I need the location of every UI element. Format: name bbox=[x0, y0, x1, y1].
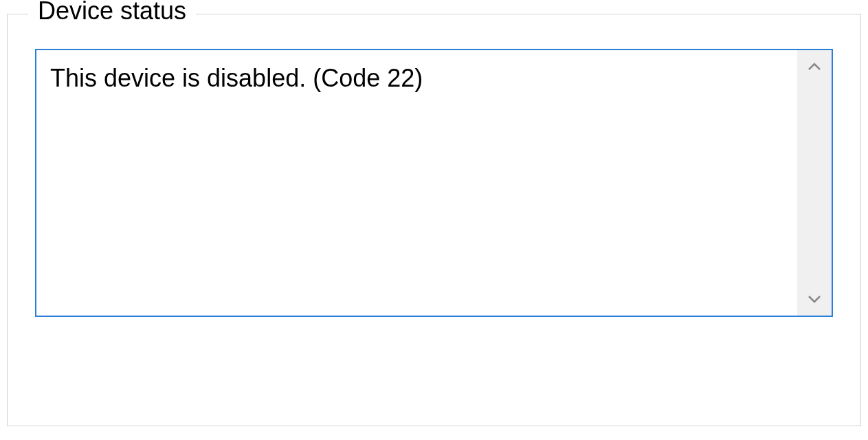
status-message: This device is disabled. (Code 22) bbox=[36, 50, 797, 316]
group-legend: Device status bbox=[28, 0, 196, 25]
status-textbox[interactable]: This device is disabled. (Code 22) bbox=[35, 49, 833, 317]
vertical-scrollbar[interactable] bbox=[797, 50, 832, 316]
scroll-down-arrow-icon[interactable] bbox=[805, 289, 824, 309]
device-status-group: Device status This device is disabled. (… bbox=[7, 14, 861, 426]
scroll-up-arrow-icon[interactable] bbox=[805, 57, 824, 76]
